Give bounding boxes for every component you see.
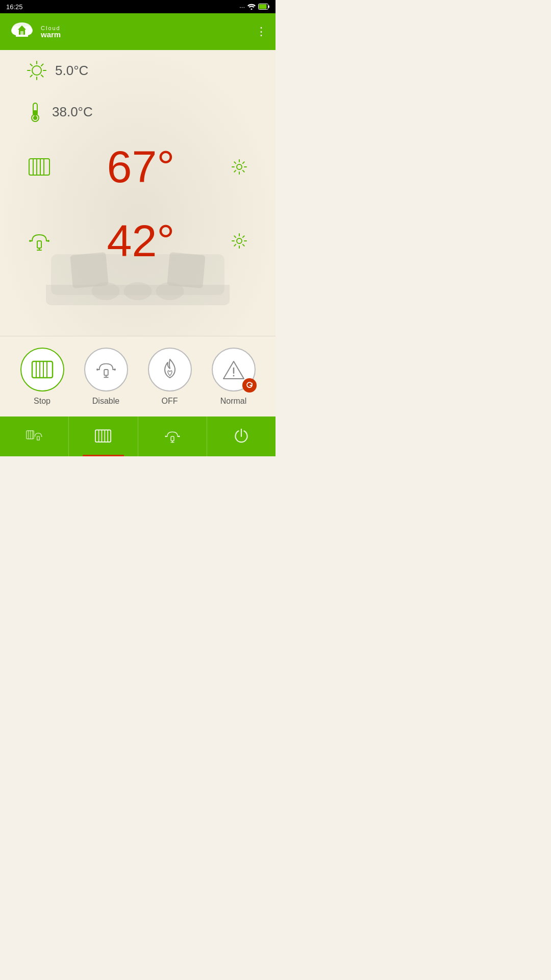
logo-area: Cloud warm — [8, 19, 61, 44]
nav-combined-icon — [26, 428, 42, 445]
refresh-icon — [246, 382, 253, 389]
svg-line-17 — [41, 75, 43, 77]
controls-area: Stop Disable OFF — [0, 336, 276, 416]
radiator-icon — [28, 157, 51, 177]
zone1-row: 67° — [0, 144, 276, 189]
disable-label: Disable — [92, 397, 119, 406]
stop-radiator-icon — [31, 359, 54, 380]
nav-combined-item[interactable] — [0, 416, 69, 456]
disable-button[interactable] — [84, 348, 128, 391]
off-control[interactable]: OFF — [148, 348, 192, 406]
stop-label: Stop — [34, 397, 51, 406]
nav-valve-icon — [164, 428, 181, 445]
zone2-row: 42° — [0, 218, 276, 263]
normal-badge — [242, 378, 257, 393]
svg-rect-3 — [268, 6, 269, 8]
svg-point-0 — [251, 9, 253, 10]
zone2-temperature: 42° — [56, 218, 226, 263]
svg-rect-55 — [95, 430, 111, 442]
main-content: 5.0°C 38.0°C 67° — [0, 50, 276, 336]
svg-point-41 — [114, 369, 116, 371]
svg-point-61 — [165, 436, 166, 437]
svg-point-48 — [233, 375, 234, 376]
nav-radiator-icon — [95, 428, 111, 445]
normal-warning-icon — [222, 359, 245, 380]
thermometer-icon — [26, 101, 45, 122]
nav-power-icon — [233, 428, 249, 445]
svg-line-18 — [41, 64, 43, 66]
status-icons: ··· — [239, 3, 269, 11]
svg-point-29 — [237, 164, 242, 169]
normal-button[interactable] — [212, 348, 256, 391]
off-label: OFF — [162, 397, 178, 406]
normal-control[interactable]: Normal — [212, 348, 256, 406]
outdoor-temp-row: 5.0°C — [26, 59, 88, 82]
disable-control[interactable]: Disable — [84, 348, 128, 406]
nav-power-item[interactable] — [207, 416, 276, 456]
svg-point-30 — [47, 240, 49, 242]
boiler-temperature: 38.0°C — [52, 104, 93, 120]
svg-point-31 — [29, 240, 31, 242]
svg-point-23 — [33, 116, 37, 120]
status-time: 16:25 — [6, 3, 23, 11]
off-button[interactable] — [148, 348, 192, 391]
wifi-icon — [247, 4, 256, 10]
signal-icon: ··· — [239, 3, 245, 11]
app-name: Cloud warm — [41, 25, 61, 39]
flame-icon — [161, 358, 179, 381]
svg-rect-36 — [32, 361, 53, 378]
svg-point-35 — [237, 238, 242, 243]
stop-button[interactable] — [20, 348, 64, 391]
svg-point-60 — [178, 436, 180, 437]
svg-line-16 — [31, 64, 33, 66]
sun-icon — [26, 59, 48, 82]
app-header: Cloud warm ⋮ — [0, 13, 276, 50]
battery-icon — [258, 4, 269, 10]
svg-rect-54 — [37, 436, 40, 440]
stop-control[interactable]: Stop — [20, 348, 64, 406]
menu-button[interactable]: ⋮ — [256, 25, 267, 38]
valve-icon — [28, 231, 51, 251]
boiler-temp-row: 38.0°C — [26, 101, 93, 122]
svg-rect-10 — [20, 31, 23, 35]
normal-label: Normal — [220, 397, 247, 406]
zone1-temperature: 67° — [56, 144, 226, 189]
bottom-navigation — [0, 416, 276, 456]
outdoor-temperature: 5.0°C — [55, 63, 88, 79]
svg-rect-2 — [259, 5, 267, 9]
nav-radiator-item[interactable] — [69, 416, 138, 456]
svg-line-19 — [31, 75, 33, 77]
svg-rect-32 — [37, 241, 41, 248]
svg-rect-43 — [104, 370, 108, 375]
nav-active-indicator — [83, 455, 124, 456]
zone2-settings-icon[interactable] — [231, 233, 247, 249]
svg-rect-24 — [29, 159, 49, 175]
zone1-settings-icon[interactable] — [231, 159, 247, 175]
disable-valve-icon — [95, 360, 117, 379]
status-bar: 16:25 ··· — [0, 0, 276, 13]
nav-valve-item[interactable] — [138, 416, 207, 456]
svg-rect-62 — [171, 436, 174, 441]
app-logo-icon — [8, 19, 36, 44]
svg-point-42 — [96, 369, 98, 371]
svg-point-11 — [32, 66, 41, 75]
